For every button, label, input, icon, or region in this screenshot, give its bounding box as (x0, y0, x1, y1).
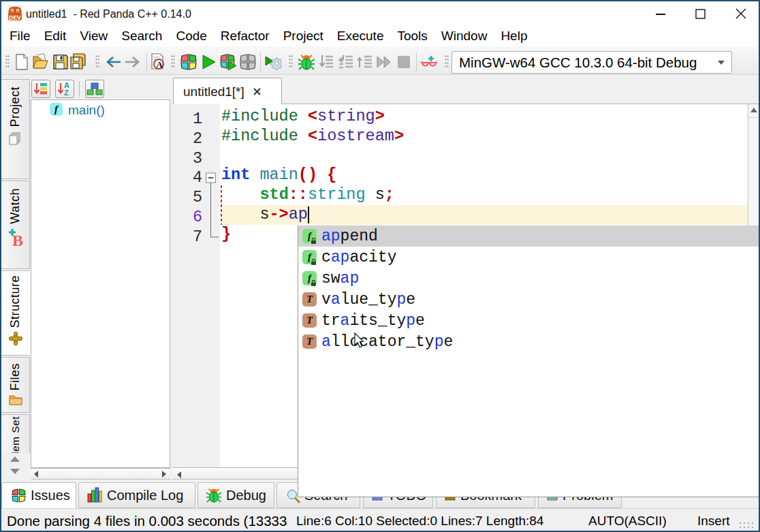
svg-text:A: A (157, 59, 163, 69)
svg-text:DEV: DEV (9, 14, 21, 21)
svg-text:B: B (12, 232, 23, 247)
svg-text:Z: Z (64, 89, 69, 97)
